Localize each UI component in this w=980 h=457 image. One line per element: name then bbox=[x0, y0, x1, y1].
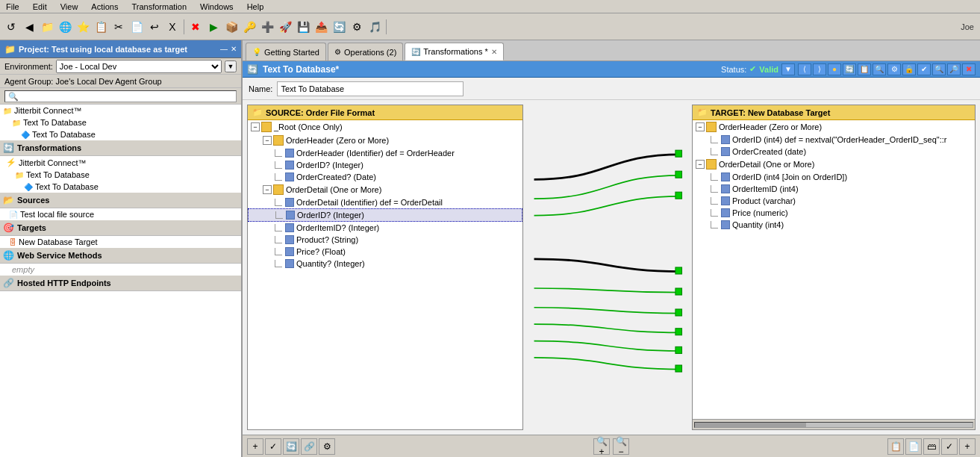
status-dropdown[interactable]: ▼ bbox=[781, 63, 795, 75]
env-select[interactable]: Joe - Local Dev bbox=[56, 60, 222, 73]
status-btn-7[interactable]: ⚙ bbox=[887, 63, 901, 75]
source-node-product[interactable]: Product? (String) bbox=[248, 234, 522, 246]
tree-text-to-db-transform[interactable]: 🔷 Text To Database bbox=[0, 128, 241, 140]
status-btn-1[interactable]: ⟨ bbox=[798, 63, 811, 75]
tree-source-item[interactable]: 📄 Test local file source bbox=[0, 208, 241, 220]
project-minimize[interactable]: — bbox=[220, 45, 228, 53]
tb-audio[interactable]: 🎵 bbox=[366, 19, 383, 35]
source-node-orderid2[interactable]: OrderID? (Integer) bbox=[248, 208, 522, 222]
tb-apps[interactable]: 📦 bbox=[223, 19, 240, 35]
search-input[interactable] bbox=[4, 90, 237, 102]
source-node-ordercreated[interactable]: OrderCreated? (Date) bbox=[248, 171, 522, 183]
bottom-target-btn2[interactable]: 📄 bbox=[905, 438, 922, 455]
target-node-quantity[interactable]: Quantity (int4) bbox=[693, 219, 975, 231]
zoom-out-btn[interactable]: 🔍− bbox=[613, 438, 629, 455]
env-expand[interactable]: ▼ bbox=[225, 60, 237, 72]
section-webservice[interactable]: 🌐 Web Service Methods bbox=[0, 248, 241, 264]
source-node-orderdetail[interactable]: − OrderDetail (One or More) bbox=[248, 183, 522, 196]
tb-star[interactable]: ⭐ bbox=[75, 19, 91, 35]
bottom-refresh-source[interactable]: 🔄 bbox=[283, 438, 299, 455]
tb-plus[interactable]: ➕ bbox=[259, 19, 275, 35]
tab-operations[interactable]: ⚙ Operations (2) bbox=[328, 43, 403, 60]
tb-deploy[interactable]: 🚀 bbox=[277, 19, 293, 35]
status-btn-5[interactable]: 📋 bbox=[858, 63, 871, 75]
source-node-orderid[interactable]: OrderID? (Integer) bbox=[248, 159, 522, 171]
tree-jitterbit-root[interactable]: 📁 Jitterbit Connect™ bbox=[0, 105, 241, 116]
section-targets[interactable]: 🎯 Targets bbox=[0, 220, 241, 236]
tb-paste[interactable]: 📄 bbox=[128, 19, 145, 35]
menu-file[interactable]: File bbox=[3, 1, 22, 12]
target-node-orderid[interactable]: OrderID (int4) def = nextval("OrderHeade… bbox=[693, 134, 975, 146]
zoom-in-btn[interactable]: 🔍+ bbox=[593, 438, 610, 455]
expand-t-orderheader[interactable]: − bbox=[696, 122, 705, 131]
status-btn-10[interactable]: 🔍 bbox=[932, 63, 946, 75]
status-btn-11[interactable]: 🔎 bbox=[947, 63, 961, 75]
source-node-quantity[interactable]: Quantity? (Integer) bbox=[248, 258, 522, 270]
source-node-oh-id[interactable]: OrderHeader (Identifier) def = OrderHead… bbox=[248, 147, 522, 159]
tree-target-item[interactable]: 🗄 New Database Target bbox=[0, 236, 241, 248]
tb-copy[interactable]: 📋 bbox=[93, 19, 109, 35]
scrollbar-track[interactable] bbox=[694, 422, 973, 428]
target-node-orderdetail[interactable]: − OrderDetail (One or More) bbox=[693, 158, 975, 171]
menu-edit[interactable]: Edit bbox=[30, 1, 50, 12]
bottom-link-source[interactable]: 🔗 bbox=[301, 438, 317, 455]
status-btn-8[interactable]: 🔒 bbox=[902, 63, 916, 75]
section-transformations[interactable]: 🔄 Transformations bbox=[0, 140, 241, 156]
tab-transformations[interactable]: 🔄 Transformations * ✕ bbox=[405, 43, 503, 60]
target-scrollbar[interactable] bbox=[693, 419, 975, 429]
tb-back[interactable]: ◀ bbox=[21, 19, 37, 35]
expand-orderdetail[interactable]: − bbox=[263, 185, 272, 194]
section-sources[interactable]: 📂 Sources bbox=[0, 193, 241, 208]
scrollbar-thumb[interactable] bbox=[695, 423, 806, 427]
tb-xml[interactable]: X bbox=[164, 19, 181, 35]
project-close[interactable]: ✕ bbox=[231, 45, 237, 53]
menu-view[interactable]: View bbox=[57, 1, 81, 12]
expand-root[interactable]: − bbox=[251, 122, 260, 131]
section-http-endpoints[interactable]: 🔗 Hosted HTTP Endpoints bbox=[0, 276, 241, 291]
target-node-orderitemid[interactable]: OrderItemID (int4) bbox=[693, 183, 975, 195]
tb-cut[interactable]: ✂ bbox=[110, 19, 127, 35]
bottom-target-btn1[interactable]: 📋 bbox=[887, 438, 904, 455]
target-node-orderid-join[interactable]: OrderID (int4 [Join on OrderID]) bbox=[693, 171, 975, 183]
name-input[interactable] bbox=[277, 81, 464, 96]
status-btn-3[interactable]: ● bbox=[828, 63, 841, 75]
source-node-root[interactable]: − _Root (Once Only) bbox=[248, 120, 522, 134]
tb-globe[interactable]: 🌐 bbox=[57, 19, 73, 35]
source-node-od-id[interactable]: OrderDetail (Identifier) def = OrderDeta… bbox=[248, 196, 522, 208]
tb-refresh[interactable]: ↺ bbox=[3, 19, 19, 35]
bottom-target-btn3[interactable]: 🗃 bbox=[923, 438, 940, 455]
tree-trans-folder[interactable]: 📁 Text To Database bbox=[0, 169, 241, 181]
bottom-add-target[interactable]: + bbox=[959, 438, 976, 455]
bottom-settings-source[interactable]: ⚙ bbox=[319, 438, 335, 455]
target-node-product[interactable]: Product (varchar) bbox=[693, 195, 975, 207]
status-btn-12[interactable]: ✖ bbox=[962, 63, 976, 75]
status-btn-6[interactable]: 🔍 bbox=[873, 63, 886, 75]
tree-text-to-db-folder[interactable]: 📁 Text To Database bbox=[0, 116, 241, 128]
target-node-orderheader[interactable]: − OrderHeader (Zero or More) bbox=[693, 120, 975, 134]
source-node-orderheader[interactable]: − OrderHeader (Zero or More) bbox=[248, 134, 522, 147]
menu-help[interactable]: Help bbox=[244, 1, 267, 12]
expand-t-orderdetail[interactable]: − bbox=[696, 160, 705, 169]
tab-getting-started[interactable]: 💡 Getting Started bbox=[246, 43, 326, 60]
tb-undo[interactable]: ↩ bbox=[146, 19, 163, 35]
tb-open[interactable]: 📁 bbox=[39, 19, 55, 35]
tree-trans-jitterbit[interactable]: ⚡ Jitterbit Connect™ bbox=[0, 156, 241, 169]
tb-refresh2[interactable]: 🔄 bbox=[331, 19, 347, 35]
bottom-add-source[interactable]: + bbox=[247, 438, 263, 455]
menu-actions[interactable]: Actions bbox=[88, 1, 121, 12]
tab-transformations-close[interactable]: ✕ bbox=[491, 48, 497, 56]
status-btn-9[interactable]: ✔ bbox=[917, 63, 931, 75]
tb-run[interactable]: ▶ bbox=[205, 19, 222, 35]
status-btn-4[interactable]: 🔄 bbox=[843, 63, 856, 75]
target-node-price[interactable]: Price (numeric) bbox=[693, 207, 975, 219]
bottom-validate-source[interactable]: ✓ bbox=[265, 438, 281, 455]
tb-save[interactable]: 💾 bbox=[295, 19, 311, 35]
bottom-validate-target[interactable]: ✓ bbox=[941, 438, 958, 455]
tb-stop[interactable]: ✖ bbox=[187, 19, 204, 35]
tb-export[interactable]: 📤 bbox=[313, 19, 329, 35]
tb-settings[interactable]: ⚙ bbox=[349, 19, 365, 35]
tb-key[interactable]: 🔑 bbox=[241, 19, 258, 35]
source-node-orderitemid[interactable]: OrderItemID? (Integer) bbox=[248, 222, 522, 234]
status-btn-2[interactable]: ⟩ bbox=[813, 63, 826, 75]
expand-orderheader[interactable]: − bbox=[263, 136, 272, 145]
